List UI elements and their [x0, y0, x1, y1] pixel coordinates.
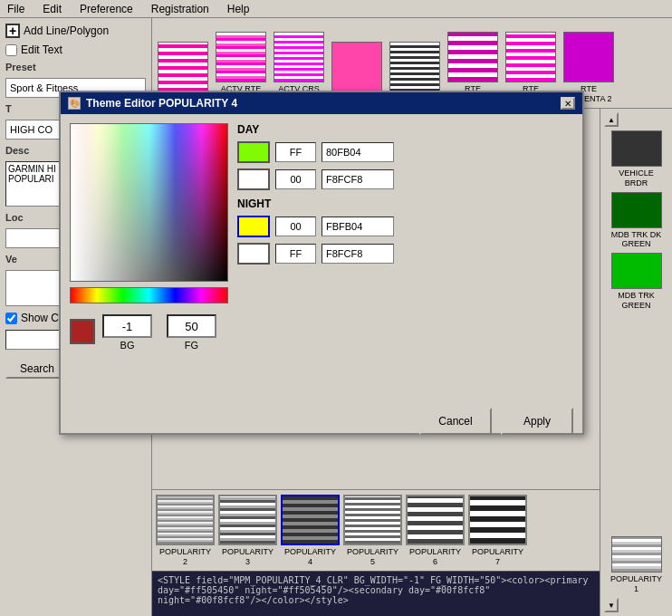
bottom-item-pop3[interactable]: POPULARITY3 [218, 495, 277, 567]
bottom-item-pop7[interactable]: POPULARITY7 [468, 495, 527, 567]
night-row-2 [237, 243, 573, 265]
swatch-vehicle-brdr [611, 130, 662, 167]
preset-label: Preset [5, 62, 146, 72]
bg-input[interactable] [102, 314, 152, 338]
theme-icon: 🎨 [68, 97, 81, 110]
label-pop4: POPULARITY4 [284, 547, 336, 567]
dialog-titlebar: 🎨 Theme Editor POPULARITY 4 ✕ [61, 92, 582, 114]
label-vehicle-brdr: VEHICLEBRDR [619, 168, 654, 188]
swatch-pop5 [343, 495, 402, 545]
code-bar: <STYLE field="MPM_POPULARITY_4_CLR" BG_W… [152, 571, 600, 616]
dialog-close-button[interactable]: ✕ [561, 97, 575, 110]
day-hex1-field[interactable] [275, 142, 316, 162]
swatch-mdb-dk [611, 192, 662, 228]
bg-fg-section: BG FG [102, 314, 216, 351]
swatch-pop4 [281, 495, 340, 545]
menu-preference[interactable]: Preference [76, 3, 137, 15]
night-label: NIGHT [237, 197, 573, 210]
swatch-rte-leg [389, 42, 440, 92]
swatch-rte [158, 42, 208, 92]
swatch-pop2 [156, 495, 215, 545]
right-spacer [604, 314, 668, 534]
right-item-vehicle-brdr[interactable]: VEHICLEBRDR [604, 130, 668, 188]
add-line-polygon-button[interactable]: + Add Line/Polygon [5, 24, 146, 38]
night-swatch-2[interactable] [237, 243, 270, 265]
bottom-item-pop6[interactable]: POPULARITY6 [406, 495, 465, 567]
bg-item: BG [102, 314, 152, 351]
bottom-strip: POPULARITY2 POPULARITY3 POPULARITY4 POPU… [152, 489, 600, 571]
day-label: DAY [237, 123, 573, 136]
swatch-rte-mag [447, 32, 498, 82]
label-pop1: POPULARITY1 [610, 574, 662, 594]
swatch-mdb-grn [611, 253, 662, 289]
edit-text-row: Edit Text [5, 43, 146, 56]
night-row-1 [237, 216, 573, 237]
label-pop7: POPULARITY7 [472, 547, 523, 567]
right-item-pop1[interactable]: POPULARITY1 [604, 536, 668, 594]
swatch-pop7 [468, 495, 527, 545]
label-mdb-grn: MDB TRKGREEN [618, 291, 654, 311]
menu-help[interactable]: Help [224, 3, 254, 15]
dialog-title: 🎨 Theme Editor POPULARITY 4 [68, 97, 237, 110]
right-item-mdb-grn[interactable]: MDB TRKGREEN [604, 253, 668, 311]
day-row-1 [237, 141, 573, 163]
fg-input[interactable] [167, 314, 216, 338]
swatch-actv-crs [331, 42, 382, 92]
bottom-item-pop4[interactable]: POPULARITY4 [281, 495, 340, 567]
bottom-item-pop5[interactable]: POPULARITY5 [343, 495, 402, 567]
edit-text-checkbox[interactable] [5, 44, 17, 56]
menu-edit[interactable]: Edit [39, 3, 65, 15]
show-code-checkbox[interactable] [5, 313, 17, 324]
day-hex2-field[interactable] [275, 169, 316, 189]
label-pop2: POPULARITY2 [159, 547, 211, 567]
swatch-actv-rte-leg [216, 32, 266, 82]
day-hex2-value[interactable] [322, 169, 394, 189]
night-hex1-value[interactable] [322, 217, 394, 236]
fg-label: FG [185, 340, 198, 351]
day-swatch-2[interactable] [237, 168, 270, 190]
night-swatch-1[interactable] [237, 216, 270, 237]
color-picker-section: BG FG [70, 123, 228, 391]
dialog-buttons: Cancel Apply [61, 400, 582, 442]
night-hex2-field[interactable] [275, 244, 316, 264]
menu-file[interactable]: File [4, 3, 28, 15]
bottom-item-pop2[interactable]: POPULARITY2 [156, 495, 215, 567]
add-line-polygon-label: Add Line/Polygon [24, 24, 109, 37]
day-hex1-value[interactable] [322, 142, 394, 162]
night-group: NIGHT [237, 197, 573, 265]
right-item-mdb-dk[interactable]: MDB TRK DKGREEN [604, 192, 668, 250]
day-group: DAY [237, 123, 573, 190]
swatch-actv-crs-leg [274, 32, 324, 82]
night-hex2-value[interactable] [322, 244, 394, 264]
dialog-title-text: Theme Editor POPULARITY 4 [86, 97, 237, 110]
selected-color-swatch [70, 319, 95, 344]
label-mdb-dk: MDB TRK DKGREEN [611, 230, 661, 250]
day-swatch-1[interactable] [237, 141, 270, 163]
swatch-pop1 [611, 536, 662, 573]
swatch-rte-mag1 [505, 32, 556, 82]
label-pop6: POPULARITY6 [409, 547, 461, 567]
label-pop3: POPULARITY3 [222, 547, 274, 567]
color-hue-strip[interactable] [70, 287, 228, 303]
dialog-body: BG FG DAY [61, 114, 582, 400]
swatch-pop6 [406, 495, 465, 545]
color-gradient-picker[interactable] [70, 123, 228, 282]
right-sidebar: ▲ VEHICLEBRDR MDB TRK DKGREEN MDB TRKGRE… [600, 109, 672, 616]
swatch-rte-mag2 [563, 32, 614, 82]
menubar: File Edit Preference Registration Help [0, 0, 672, 18]
label-pop5: POPULARITY5 [347, 547, 398, 567]
day-row-2 [237, 168, 573, 190]
code-text: <STYLE field="MPM_POPULARITY_4_CLR" BG_W… [158, 575, 594, 605]
color-inputs-section: DAY NIGHT [237, 123, 573, 391]
cancel-button[interactable]: Cancel [419, 408, 492, 435]
scroll-down-button[interactable]: ▼ [604, 598, 619, 612]
bg-label: BG [120, 340, 135, 351]
menu-registration[interactable]: Registration [148, 3, 213, 15]
plus-icon: + [5, 24, 20, 38]
swatch-pop3 [218, 495, 277, 545]
scroll-up-button[interactable]: ▲ [604, 112, 619, 127]
apply-button[interactable]: Apply [501, 408, 573, 435]
fg-item: FG [167, 314, 216, 351]
night-hex1-field[interactable] [275, 217, 316, 236]
edit-text-label: Edit Text [21, 43, 62, 56]
